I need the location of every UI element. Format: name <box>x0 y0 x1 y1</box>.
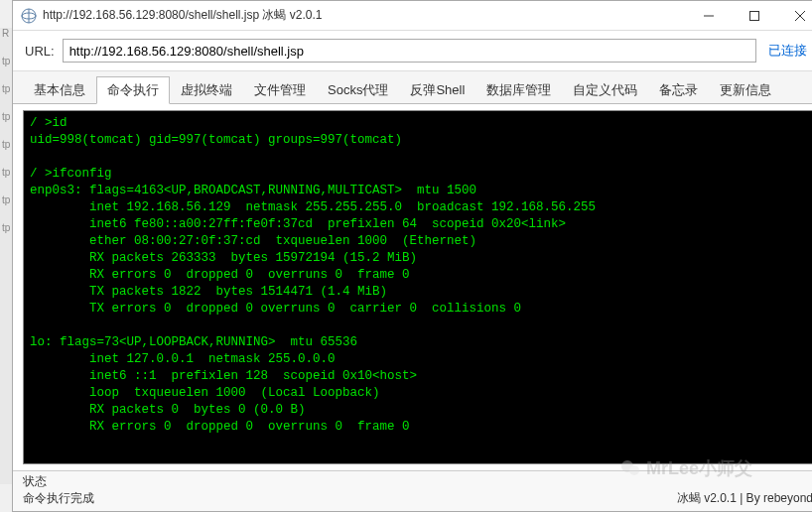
tab-file-manager[interactable]: 文件管理 <box>243 76 317 104</box>
app-icon <box>21 8 37 24</box>
close-button[interactable] <box>777 1 812 31</box>
status-message: 命令执行完成 <box>23 490 94 507</box>
svg-rect-2 <box>750 11 759 20</box>
svg-point-4 <box>629 465 639 475</box>
maximize-button[interactable] <box>732 1 777 31</box>
tab-command-exec[interactable]: 命令执行 <box>96 76 170 104</box>
tab-basic-info[interactable]: 基本信息 <box>23 76 96 104</box>
watermark-text: MrLee小师父 <box>646 456 752 480</box>
tab-memo[interactable]: 备忘录 <box>648 76 709 104</box>
title-left: http://192.168.56.129:8080/shell/shell.j… <box>21 7 323 24</box>
url-label: URL: <box>25 44 55 59</box>
url-input[interactable] <box>63 39 756 63</box>
main-window: http://192.168.56.129:8080/shell/shell.j… <box>12 0 812 512</box>
tab-database[interactable]: 数据库管理 <box>475 76 562 104</box>
tabs: 基本信息 命令执行 虚拟终端 文件管理 Socks代理 反弹Shell 数据库管… <box>13 71 812 104</box>
tab-socks-proxy[interactable]: Socks代理 <box>317 76 399 104</box>
status-version: 冰蝎 v2.0.1 | By rebeyond <box>677 490 812 507</box>
window-title: http://192.168.56.129:8080/shell/shell.j… <box>43 7 323 24</box>
url-row: URL: 已连接 <box>13 31 812 71</box>
watermark: MrLee小师父 <box>620 456 752 480</box>
tab-virtual-terminal[interactable]: 虚拟终端 <box>170 76 243 104</box>
wechat-icon <box>620 458 640 478</box>
tab-custom-code[interactable]: 自定义代码 <box>562 76 648 104</box>
minimize-button[interactable] <box>686 1 732 31</box>
titlebar: http://192.168.56.129:8080/shell/shell.j… <box>13 1 812 31</box>
tab-reverse-shell[interactable]: 反弹Shell <box>399 76 475 104</box>
tab-update-info[interactable]: 更新信息 <box>709 76 782 104</box>
terminal-output[interactable]: / >id uid=998(tomcat) gid=997(tomcat) gr… <box>23 110 812 464</box>
connection-status: 已连接 <box>764 42 811 60</box>
window-controls <box>686 1 812 31</box>
